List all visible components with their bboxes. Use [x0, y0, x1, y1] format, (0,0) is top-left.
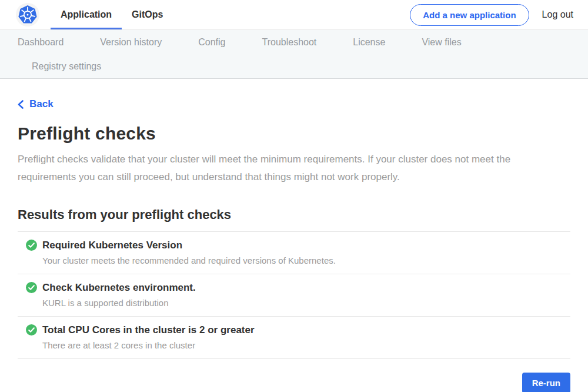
- tab-gitops[interactable]: GitOps: [122, 0, 173, 29]
- top-navbar: Application GitOps Add a new application…: [0, 0, 588, 30]
- subnav-item-troubleshoot[interactable]: Troubleshoot: [262, 37, 316, 48]
- add-application-button[interactable]: Add a new application: [410, 4, 529, 26]
- check-title-row: Total CPU Cores in the cluster is 2 or g…: [26, 324, 570, 336]
- tab-application[interactable]: Application: [51, 0, 122, 29]
- tab-gitops-label: GitOps: [132, 9, 163, 20]
- check-title-row: Required Kubernetes Version: [26, 240, 570, 251]
- main-content: Back Preflight checks Preflight checks v…: [0, 79, 588, 392]
- back-link-label: Back: [29, 98, 54, 110]
- back-link[interactable]: Back: [18, 98, 54, 110]
- page-description: Preflight checks validate that your clus…: [18, 151, 559, 186]
- check-pass-icon: [26, 282, 37, 293]
- check-message: There are at least 2 cores in the cluste…: [42, 340, 570, 350]
- results-footer: Re-run: [18, 359, 570, 392]
- tab-application-label: Application: [61, 9, 112, 20]
- subnav-item-registry-settings[interactable]: Registry settings: [32, 61, 101, 72]
- subnav-row-1: Dashboard Version history Config Trouble…: [18, 30, 588, 54]
- page-title: Preflight checks: [18, 124, 570, 144]
- check-title: Check Kubernetes environment.: [42, 282, 196, 294]
- results-heading: Results from your preflight checks: [18, 207, 570, 222]
- subnav-item-view-files[interactable]: View files: [422, 37, 461, 48]
- rerun-button[interactable]: Re-run: [522, 373, 570, 392]
- check-message: KURL is a supported distribution: [42, 298, 570, 308]
- preflight-check-row: Check Kubernetes environment. KURL is a …: [18, 274, 570, 317]
- check-pass-icon: [26, 240, 37, 251]
- kubernetes-logo[interactable]: [16, 3, 39, 26]
- check-title: Total CPU Cores in the cluster is 2 or g…: [42, 324, 255, 336]
- subnav-item-dashboard[interactable]: Dashboard: [18, 37, 64, 48]
- kubernetes-wheel-icon: [16, 3, 39, 26]
- subnav-row-2: Registry settings: [18, 54, 588, 78]
- logout-link[interactable]: Log out: [542, 9, 573, 20]
- back-chevron-icon: [18, 100, 24, 109]
- top-tabs: Application GitOps: [51, 0, 173, 29]
- subnav-item-config[interactable]: Config: [198, 37, 225, 48]
- preflight-results-list: Required Kubernetes Version Your cluster…: [18, 231, 570, 359]
- check-pass-icon: [26, 324, 37, 335]
- subnav-item-version-history[interactable]: Version history: [100, 37, 162, 48]
- app-subnav: Dashboard Version history Config Trouble…: [0, 30, 588, 79]
- check-message: Your cluster meets the recommended and r…: [42, 255, 570, 265]
- preflight-check-row: Total CPU Cores in the cluster is 2 or g…: [18, 317, 570, 359]
- check-title-row: Check Kubernetes environment.: [26, 282, 570, 294]
- preflight-check-row: Required Kubernetes Version Your cluster…: [18, 232, 570, 274]
- check-title: Required Kubernetes Version: [42, 240, 182, 251]
- topbar-right: Add a new application Log out: [410, 0, 573, 29]
- subnav-item-license[interactable]: License: [353, 37, 385, 48]
